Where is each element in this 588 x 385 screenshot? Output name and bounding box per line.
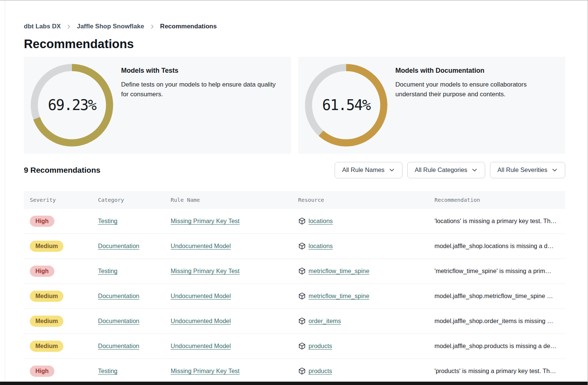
model-cube-icon	[298, 317, 306, 325]
recommendation-text: 'metricflow_time_spine' is missing a pri…	[429, 267, 565, 275]
recommendation-text: model.jaffle_shop.order_items is missing…	[429, 317, 565, 325]
column-header-recommendation: Recommendation	[429, 197, 565, 203]
chevron-down-icon	[389, 167, 395, 173]
recommendation-text: model.jaffle_shop.products is missing a …	[429, 342, 565, 350]
resource-link[interactable]: metricflow_time_spine	[309, 292, 369, 300]
models-with-tests-card: 69.23% Models with Tests Define tests on…	[24, 57, 291, 154]
card-title: Models with Tests	[121, 67, 280, 75]
left-panel-divider	[5, 0, 5, 385]
category-link[interactable]: Testing	[98, 217, 117, 225]
table-body: High Testing Missing Primary Key Test lo…	[24, 209, 565, 384]
resource-link[interactable]: locations	[309, 217, 333, 225]
dbt-explorer-page: dbt Labs DX Jaffle Shop Snowflake Recomm…	[0, 0, 588, 385]
rule-name-link[interactable]: Undocumented Model	[171, 242, 231, 250]
rule-name-link[interactable]: Undocumented Model	[171, 342, 231, 350]
bottom-window-edge	[0, 382, 588, 385]
chevron-down-icon	[551, 167, 558, 173]
breadcrumb-item-project[interactable]: Jaffle Shop Snowflake	[77, 23, 144, 30]
rule-name-link[interactable]: Undocumented Model	[171, 292, 231, 300]
filter-label: All Rule Names	[342, 166, 385, 173]
severity-badge: Medium	[30, 291, 63, 302]
metric-cards: 69.23% Models with Tests Define tests on…	[24, 57, 565, 154]
rule-name-link[interactable]: Missing Primary Key Test	[171, 217, 240, 225]
rule-categories-filter-dropdown[interactable]: All Rule Categories	[407, 162, 485, 178]
table-row: Medium Documentation Undocumented Model …	[24, 334, 565, 359]
severity-badge: High	[30, 266, 54, 277]
severity-badge: Medium	[30, 316, 63, 327]
resource-link[interactable]: locations	[309, 242, 333, 250]
recommendation-text: model.jaffle_shop.locations is missing a…	[429, 242, 565, 250]
recommendations-count: 9 Recommendations	[24, 166, 100, 175]
model-cube-icon	[298, 217, 306, 225]
category-link[interactable]: Testing	[98, 267, 117, 275]
table-row: High Testing Missing Primary Key Test lo…	[24, 209, 565, 234]
rule-name-link[interactable]: Undocumented Model	[171, 317, 231, 325]
model-cube-icon	[298, 242, 306, 250]
model-cube-icon	[298, 342, 306, 350]
table-row: Medium Documentation Undocumented Model …	[24, 234, 565, 259]
resource-link[interactable]: order_items	[309, 317, 341, 325]
table-row: Medium Documentation Undocumented Model …	[24, 284, 565, 309]
filter-label: All Rule Severities	[497, 166, 547, 173]
recommendations-list-header: 9 Recommendations All Rule Names All Rul…	[24, 162, 565, 178]
chevron-right-icon	[149, 24, 155, 29]
resource-link[interactable]: products	[309, 367, 332, 375]
documentation-percent-value: 61.54%	[298, 57, 394, 154]
severity-badge: High	[30, 366, 54, 377]
breadcrumb: dbt Labs DX Jaffle Shop Snowflake Recomm…	[24, 23, 565, 30]
rule-severities-filter-dropdown[interactable]: All Rule Severities	[490, 162, 565, 178]
chevron-down-icon	[471, 167, 478, 173]
card-title: Models with Documentation	[395, 67, 554, 75]
tests-donut-chart: 69.23%	[24, 57, 120, 154]
documentation-donut-chart: 61.54%	[298, 57, 394, 154]
category-link[interactable]: Testing	[98, 367, 117, 375]
breadcrumb-item-current: Recommendations	[160, 23, 217, 30]
recommendation-text: 'products' is missing a primary key test…	[429, 367, 565, 375]
table-row: High Testing Missing Primary Key Test me…	[24, 259, 565, 284]
model-cube-icon	[298, 367, 306, 375]
category-link[interactable]: Documentation	[98, 342, 139, 350]
model-cube-icon	[298, 292, 306, 300]
severity-badge: High	[30, 216, 54, 227]
breadcrumb-item-account[interactable]: dbt Labs DX	[24, 23, 61, 30]
page-title: Recommendations	[24, 36, 565, 52]
severity-badge: Medium	[30, 241, 63, 252]
column-header-category: Category	[92, 197, 165, 203]
filter-bar: All Rule Names All Rule Categories All R…	[335, 162, 565, 178]
table-header-row: Severity Category Rule Name Resource Rec…	[24, 191, 565, 209]
tests-percent-value: 69.23%	[24, 57, 120, 154]
category-link[interactable]: Documentation	[98, 292, 139, 300]
models-with-documentation-card: 61.54% Models with Documentation Documen…	[298, 57, 565, 154]
table-row: Medium Documentation Undocumented Model …	[24, 309, 565, 334]
table-row: High Testing Missing Primary Key Test pr…	[24, 359, 565, 384]
recommendation-text: model.jaffle_shop.metricflow_time_spine …	[429, 292, 565, 300]
recommendations-table: Severity Category Rule Name Resource Rec…	[24, 191, 565, 384]
rule-name-link[interactable]: Missing Primary Key Test	[171, 367, 240, 375]
filter-label: All Rule Categories	[415, 166, 467, 173]
model-cube-icon	[298, 267, 306, 275]
column-header-severity: Severity	[24, 197, 92, 203]
card-description: Define tests on your models to help ensu…	[121, 80, 280, 99]
category-link[interactable]: Documentation	[98, 242, 139, 250]
severity-badge: Medium	[30, 341, 63, 352]
category-link[interactable]: Documentation	[98, 317, 139, 325]
recommendation-text: 'locations' is missing a primary key tes…	[429, 217, 565, 225]
card-description: Document your models to ensure collabora…	[395, 80, 554, 99]
column-header-resource: Resource	[292, 197, 429, 203]
resource-link[interactable]: metricflow_time_spine	[309, 267, 369, 275]
chevron-right-icon	[66, 24, 72, 29]
column-header-rule-name: Rule Name	[165, 197, 292, 203]
rule-name-link[interactable]: Missing Primary Key Test	[171, 267, 240, 275]
rule-names-filter-dropdown[interactable]: All Rule Names	[335, 162, 402, 178]
resource-link[interactable]: products	[309, 342, 332, 350]
